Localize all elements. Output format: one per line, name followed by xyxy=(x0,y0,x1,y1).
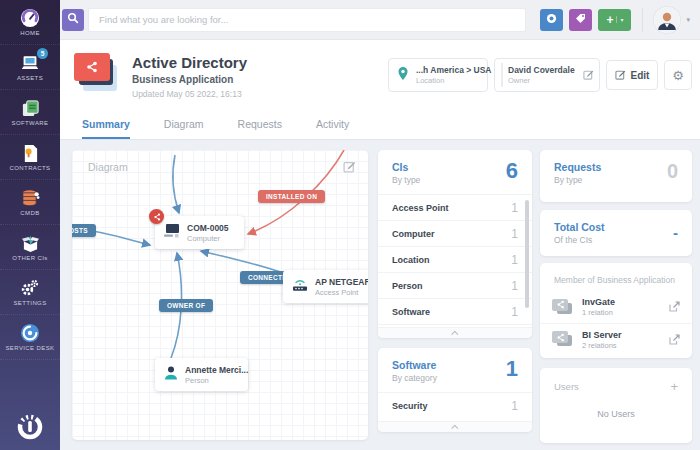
software-collapse-button[interactable] xyxy=(378,421,532,432)
requests-panel-subtitle: By type xyxy=(554,175,678,185)
tab-activity[interactable]: Activity xyxy=(316,110,349,139)
sidebar-item-label: OTHER CIs xyxy=(12,255,47,261)
cis-row-location[interactable]: Location 1 xyxy=(378,246,532,272)
edge-label-owner-of: OWNER OF xyxy=(159,299,213,312)
cis-collapse-button[interactable] xyxy=(378,327,532,338)
sidebar-item-label: HOME xyxy=(20,30,40,36)
search-input[interactable] xyxy=(88,8,526,32)
page-title: Active Directory xyxy=(132,54,247,71)
requests-panel-title: Requests xyxy=(554,161,678,173)
software-box-icon xyxy=(21,98,40,118)
person-icon xyxy=(164,366,178,384)
sidebar-item-other-cis[interactable]: OTHER CIs xyxy=(0,225,60,270)
tab-diagram[interactable]: Diagram xyxy=(164,110,204,139)
sidebar-item-assets[interactable]: 5 ASSETS xyxy=(0,45,60,90)
assets-count-badge: 5 xyxy=(37,48,48,59)
requests-total-count: 0 xyxy=(667,160,678,183)
location-chip[interactable]: ...h America > USA Location xyxy=(388,58,488,92)
tab-summary[interactable]: Summary xyxy=(82,110,130,139)
node-name: Annette Merci... xyxy=(185,365,248,375)
software-panel-title: Software xyxy=(392,359,518,371)
location-value: ...h America > USA xyxy=(416,65,492,75)
cis-panel: CIs By type 6 Access Point 1 Computer 1 … xyxy=(378,150,532,338)
database-icon xyxy=(21,188,40,208)
cis-row-software[interactable]: Software 1 xyxy=(378,298,532,324)
add-button[interactable]: + ▾ xyxy=(598,9,631,31)
software-total-count: 1 xyxy=(506,356,518,382)
edit-button[interactable]: Edit xyxy=(606,60,658,90)
member-relations: 2 relations xyxy=(582,341,661,350)
member-item-bi-server[interactable]: BI Server 2 relations xyxy=(540,323,692,355)
node-access-point[interactable]: AP NETGEAR Access Point xyxy=(283,270,368,303)
ci-type-label: Location xyxy=(392,255,430,265)
node-type: Computer xyxy=(187,234,229,243)
ci-type-count: 1 xyxy=(511,227,518,241)
node-computer[interactable]: COM-0005 Computer xyxy=(155,216,244,249)
total-cost-value: - xyxy=(673,224,678,241)
sidebar-item-settings[interactable]: SETTINGS xyxy=(0,270,60,315)
chevron-up-icon xyxy=(451,330,458,337)
software-panel-subtitle: By category xyxy=(392,373,518,383)
node-name: COM-0005 xyxy=(187,223,229,233)
ci-type-count: 1 xyxy=(511,305,518,319)
content-area: Diagram HOSTS IN xyxy=(60,140,700,450)
total-cost-panel: Total Cost Of the CIs - xyxy=(540,210,692,256)
node-person[interactable]: Annette Merci... Person xyxy=(155,358,248,391)
cis-row-computer[interactable]: Computer 1 xyxy=(378,220,532,246)
app-window: HOME 5 ASSETS SOFTWARE CONTRACTS CMD xyxy=(0,0,700,450)
sidebar-item-contracts[interactable]: CONTRACTS xyxy=(0,135,60,180)
cis-total-count: 6 xyxy=(506,158,518,184)
relation-badge-icon xyxy=(149,209,164,224)
edit-diagram-icon[interactable] xyxy=(343,159,356,177)
ci-type-count: 1 xyxy=(511,253,518,267)
topbar-divider xyxy=(642,8,643,32)
ci-type-count: 1 xyxy=(511,279,518,293)
sidebar-item-cmdb[interactable]: CMDB xyxy=(0,180,60,225)
member-name: InvGate xyxy=(582,297,661,307)
tab-requests[interactable]: Requests xyxy=(238,110,282,139)
page-header: Active Directory Business Application Up… xyxy=(60,40,700,140)
sidebar-item-label: SOFTWARE xyxy=(12,120,49,126)
edit-owner-icon[interactable] xyxy=(583,66,594,84)
requests-panel: Requests By type 0 xyxy=(540,150,692,202)
tag-icon xyxy=(575,12,586,27)
business-application-icon xyxy=(74,53,122,95)
member-item-invgate[interactable]: InvGate 1 relation xyxy=(540,291,692,323)
owner-chip[interactable]: David Coverdale Owner xyxy=(494,58,600,92)
sidebar: HOME 5 ASSETS SOFTWARE CONTRACTS CMD xyxy=(0,0,60,450)
cis-panel-title: CIs xyxy=(392,161,518,173)
user-avatar[interactable] xyxy=(654,7,680,33)
search-button[interactable] xyxy=(62,9,84,31)
total-cost-subtitle: Of the CIs xyxy=(554,235,678,245)
node-type: Person xyxy=(185,376,248,385)
ci-type-label: Computer xyxy=(392,229,435,239)
plus-icon: + xyxy=(606,14,613,26)
member-panel-title: Member of Business Application xyxy=(540,263,692,291)
cis-scrollbar[interactable] xyxy=(525,200,529,308)
tag-button[interactable] xyxy=(569,9,592,31)
sidebar-item-label: CONTRACTS xyxy=(10,165,51,171)
add-user-button[interactable]: + xyxy=(670,380,678,393)
settings-gear-button[interactable]: ⚙ xyxy=(664,60,692,90)
open-external-icon[interactable] xyxy=(669,298,680,316)
member-name: BI Server xyxy=(582,330,661,340)
open-box-icon xyxy=(21,233,40,253)
sidebar-item-software[interactable]: SOFTWARE xyxy=(0,90,60,135)
sidebar-item-home[interactable]: HOME xyxy=(0,0,60,45)
cost-button[interactable] xyxy=(540,9,563,31)
updated-timestamp: Updated May 05 2022, 16:13 xyxy=(132,89,242,99)
contract-document-icon xyxy=(22,143,39,163)
cis-row-person[interactable]: Person 1 xyxy=(378,272,532,298)
software-row-security[interactable]: Security 1 xyxy=(378,392,532,418)
tab-bar: Summary Diagram Requests Activity xyxy=(60,110,700,140)
software-category-count: 1 xyxy=(511,399,518,413)
sidebar-item-service-desk[interactable]: SERVICE DESK xyxy=(0,315,60,360)
user-menu-chevron-icon[interactable]: ▾ xyxy=(686,16,690,24)
open-external-icon[interactable] xyxy=(669,331,680,349)
location-label: Location xyxy=(416,76,492,85)
coin-icon xyxy=(546,12,557,27)
edit-button-label: Edit xyxy=(631,70,650,81)
cis-row-access-point[interactable]: Access Point 1 xyxy=(378,194,532,220)
sidebar-item-label: ASSETS xyxy=(17,75,43,81)
sidebar-item-label: SETTINGS xyxy=(13,300,46,306)
